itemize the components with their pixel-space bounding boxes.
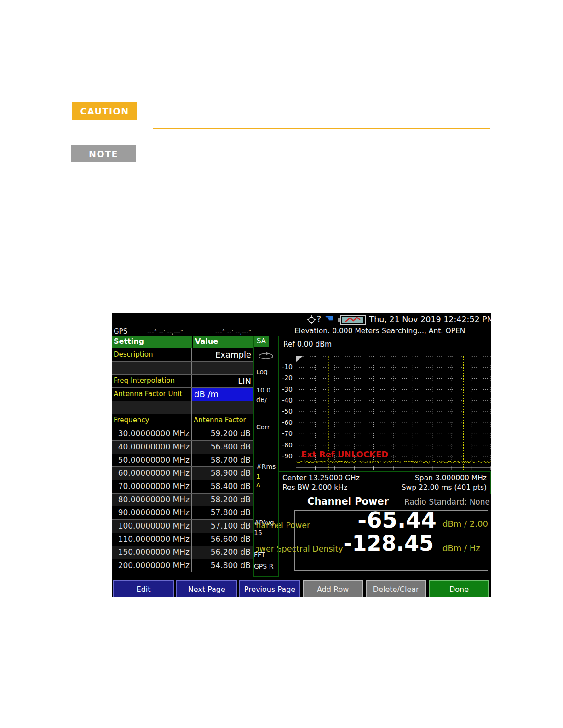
antenna-factor-cell: 56.800 dB — [192, 441, 253, 454]
caution-divider — [153, 128, 490, 129]
settings-row[interactable] — [112, 401, 253, 414]
antenna-factor-row[interactable]: 110.0000000 MHz 56.600 dB — [112, 533, 253, 546]
y-tick-label: -30 — [282, 386, 293, 393]
gps-coordinate-lat: ---° --' --,---" — [147, 328, 183, 336]
ref-level-box: Ref 0.00 dBm — [278, 336, 491, 354]
setting-label-cell — [112, 401, 192, 414]
gps-ref-label: GPS R — [254, 563, 273, 570]
average-count-label: 1 — [256, 473, 260, 480]
y-tick-label: -20 — [282, 374, 293, 381]
antenna-factor-cell: 58.400 dB — [192, 480, 253, 493]
settings-rows: Description Example Freq Interpolation L… — [112, 348, 253, 427]
frequency-cell: 90.00000000 MHz — [112, 506, 192, 519]
antenna-factor-row[interactable]: 40.00000000 MHz 56.800 dB — [112, 440, 253, 454]
y-tick-label: -80 — [282, 441, 293, 449]
channel-power-title: Channel Power — [307, 496, 389, 507]
setting-value-cell[interactable]: Antenna Factor — [192, 414, 253, 427]
setting-column-header: Setting — [112, 336, 192, 348]
scale-value-label: 10.0 — [256, 387, 270, 394]
span-label: Span 3.000000 MHz — [415, 474, 487, 482]
settings-row[interactable]: Freq Interpolation LIN — [112, 374, 253, 387]
res-bw-label: Res BW 2.000 kHz — [282, 483, 347, 492]
ext-ref-warning: Ext Ref UNLOCKED — [301, 449, 388, 459]
setting-value-cell[interactable]: dB /m — [192, 388, 253, 401]
antenna-factor-row[interactable]: 150.0000000 MHz 56.200 dB — [112, 546, 253, 559]
softkey-button[interactable]: Add Row — [303, 580, 363, 597]
touch-hand-icon: ☚ — [325, 313, 334, 324]
y-axis-labels: -10-20-30-40-50-60-70-80-90 — [279, 356, 294, 467]
gps-label: GPS — [114, 327, 127, 336]
scale-type-label: Log — [256, 368, 268, 375]
setting-label-cell — [112, 362, 192, 375]
frequency-cell: 30.00000000 MHz — [112, 427, 192, 440]
setting-value-cell[interactable] — [192, 401, 253, 414]
y-tick-label: -90 — [282, 452, 293, 460]
y-tick-label: -60 — [282, 419, 293, 426]
antenna-factor-row[interactable]: 100.0000000 MHz 57.100 dB — [112, 519, 253, 533]
softkey-button[interactable]: Previous Page — [239, 580, 300, 597]
sidebar-right-border — [278, 336, 279, 577]
channel-power-result-label: Channel Power — [256, 521, 341, 531]
frequency-cell: 200.0000000 MHz — [112, 559, 192, 572]
channel-power-value: -65.44 — [341, 509, 437, 531]
gps-crosshair-icon — [306, 315, 316, 325]
channel-power-unit: dBm / 2.00 — [442, 519, 488, 529]
antenna-factor-cell: 57.100 dB — [192, 520, 253, 533]
gps-coordinate-lon: ---° --' --,---" — [215, 328, 251, 336]
settings-row[interactable]: Frequency Antenna Factor — [112, 414, 253, 427]
softkey-button[interactable]: Delete/Clear — [366, 580, 426, 597]
antenna-factor-row[interactable]: 50.00000000 MHz 58.700 dB — [112, 454, 253, 467]
caution-badge: CAUTION — [72, 102, 137, 120]
elevation-display: Elevation: 0.000 Meters — [294, 327, 379, 335]
setting-value-cell[interactable]: Example — [192, 348, 253, 361]
antenna-factor-row[interactable]: 90.00000000 MHz 57.800 dB — [112, 506, 253, 519]
mode-badge: SA — [254, 336, 269, 347]
antenna-factor-cell: 58.200 dB — [192, 494, 253, 506]
settings-row[interactable]: Description Example — [112, 348, 253, 361]
softkey-bar: Edit Next Page Previous Page Add Row Del… — [112, 580, 491, 597]
radio-standard-label: Radio Standard: None — [404, 497, 490, 506]
antenna-factor-row[interactable]: 70.00000000 MHz 58.400 dB — [112, 480, 253, 493]
ref-level-label: Ref 0.00 dBm — [283, 340, 332, 348]
antenna-factor-cell: 54.800 dB — [192, 559, 253, 572]
battery-ac-icon — [338, 315, 366, 325]
setting-label-cell: Frequency — [112, 414, 192, 427]
trace-id-label: A — [256, 482, 260, 489]
setting-label-cell: Freq Interpolation — [112, 375, 192, 387]
setting-value-cell[interactable] — [192, 362, 253, 375]
softkey-button[interactable]: Edit — [113, 580, 174, 597]
help-icon: ? — [317, 314, 321, 324]
frequency-cell: 50.00000000 MHz — [112, 454, 192, 467]
frequency-cell: 110.0000000 MHz — [112, 533, 192, 546]
frequency-cell: 70.00000000 MHz — [112, 480, 192, 493]
antenna-factor-row[interactable]: 200.0000000 MHz 54.800 dB — [112, 559, 253, 572]
manual-page: CAUTION NOTE ? ☚ Thu, 21 Nov 2019 12:42:… — [0, 0, 563, 728]
scale-unit-label: dB/ — [256, 396, 267, 404]
rms-detector-label: #Rms — [256, 463, 276, 470]
center-frequency-label: Center 13.25000 GHz — [282, 474, 360, 482]
value-column-header: Value — [193, 336, 253, 348]
antenna-factor-table: Setting Value Description Example — [112, 336, 253, 572]
softkey-button[interactable]: Next Page — [176, 580, 237, 597]
antenna-factor-row[interactable]: 60.00000000 MHz 58.900 dB — [112, 466, 253, 480]
antenna-factor-row[interactable]: 80.00000000 MHz 58.200 dB — [112, 493, 253, 506]
antenna-factor-row[interactable]: 30.00000000 MHz 59.200 dB — [112, 427, 253, 440]
setting-label-cell: Description — [112, 348, 192, 361]
antenna-factor-cell: 59.200 dB — [192, 427, 253, 440]
softkey-button[interactable]: Done — [429, 580, 489, 597]
antenna-factor-cell: 56.200 dB — [192, 546, 253, 559]
setting-value-cell[interactable]: LIN — [192, 375, 253, 387]
frequency-cell: 100.0000000 MHz — [112, 520, 192, 533]
datetime-display: Thu, 21 Nov 2019 12:42:52 PM — [369, 315, 491, 324]
settings-row[interactable] — [112, 361, 253, 375]
y-tick-label: -40 — [282, 397, 293, 404]
sweep-time-label: Swp 22.00 ms (401 pts) — [402, 483, 487, 492]
antenna-factor-cell: 58.900 dB — [192, 467, 253, 480]
mode-sidebar: SA Log 10.0 dB/ Corr #Rms 1 A — [253, 336, 278, 577]
note-badge: NOTE — [71, 145, 136, 162]
note-divider — [153, 182, 490, 182]
antenna-factor-cell: 56.600 dB — [192, 533, 253, 546]
psd-result-label: Power Spectral Density — [256, 544, 359, 555]
settings-row[interactable]: Antenna Factor Unit dB /m — [112, 387, 253, 401]
frequency-cell: 40.00000000 MHz — [112, 441, 192, 454]
